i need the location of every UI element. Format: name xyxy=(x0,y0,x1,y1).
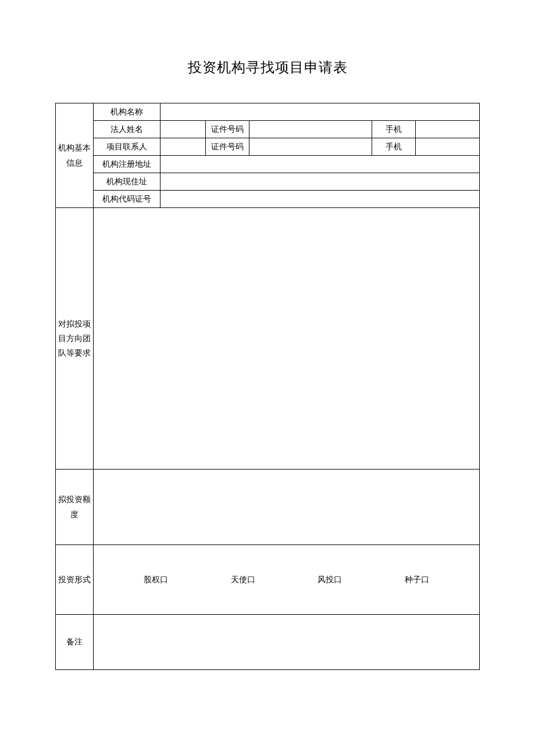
checkbox-icon: 口 xyxy=(421,575,429,585)
value-org-code[interactable] xyxy=(160,191,480,208)
value-org-name[interactable] xyxy=(160,103,480,121)
label-current-address: 机构现住址 xyxy=(94,173,160,191)
value-legal-id[interactable] xyxy=(249,121,372,138)
option-vc[interactable]: 风投口 xyxy=(318,575,342,585)
option-vc-label: 风投 xyxy=(318,575,334,585)
option-seed-label: 种子 xyxy=(405,575,421,585)
section-invest-form: 投资形式 xyxy=(56,545,94,615)
checkbox-icon: 口 xyxy=(334,575,342,585)
checkbox-icon: 口 xyxy=(247,575,255,585)
section-remark: 备注 xyxy=(56,615,94,670)
form-title: 投资机构寻找项目申请表 xyxy=(55,58,480,77)
value-invest-amount[interactable] xyxy=(94,470,480,545)
section-invest-amount: 拟投资额度 xyxy=(56,470,94,545)
option-seed[interactable]: 种子口 xyxy=(405,575,429,585)
invest-form-options-cell: 股权口 天使口 风投口 种子口 xyxy=(94,545,480,615)
value-contact-person[interactable] xyxy=(160,138,206,156)
value-legal-person[interactable] xyxy=(160,121,206,138)
option-angel-label: 天使 xyxy=(231,575,247,585)
value-remark[interactable] xyxy=(94,615,480,670)
label-legal-id: 证件号码 xyxy=(206,121,249,138)
value-contact-phone[interactable] xyxy=(416,138,480,156)
label-org-name: 机构名称 xyxy=(94,103,160,121)
option-angel[interactable]: 天使口 xyxy=(231,575,255,585)
application-form-table: 机构基本信息 机构名称 法人姓名 证件号码 手机 项目联系人 证件号码 手机 机… xyxy=(55,103,480,670)
value-reg-address[interactable] xyxy=(160,156,480,173)
section-basic-info: 机构基本信息 xyxy=(56,103,94,208)
value-contact-id[interactable] xyxy=(249,138,372,156)
label-contact-phone: 手机 xyxy=(372,138,416,156)
label-contact-id: 证件号码 xyxy=(206,138,249,156)
value-requirements[interactable] xyxy=(94,208,480,470)
value-current-address[interactable] xyxy=(160,173,480,191)
checkbox-icon: 口 xyxy=(160,575,168,585)
label-org-code: 机构代码证号 xyxy=(94,191,160,208)
label-legal-phone: 手机 xyxy=(372,121,416,138)
label-reg-address: 机构注册地址 xyxy=(94,156,160,173)
option-equity-label: 股权 xyxy=(144,575,160,585)
value-legal-phone[interactable] xyxy=(416,121,480,138)
option-equity[interactable]: 股权口 xyxy=(144,575,168,585)
label-contact-person: 项目联系人 xyxy=(94,138,160,156)
section-requirements: 对拟投项目方向团队等要求 xyxy=(56,208,94,470)
label-legal-person: 法人姓名 xyxy=(94,121,160,138)
